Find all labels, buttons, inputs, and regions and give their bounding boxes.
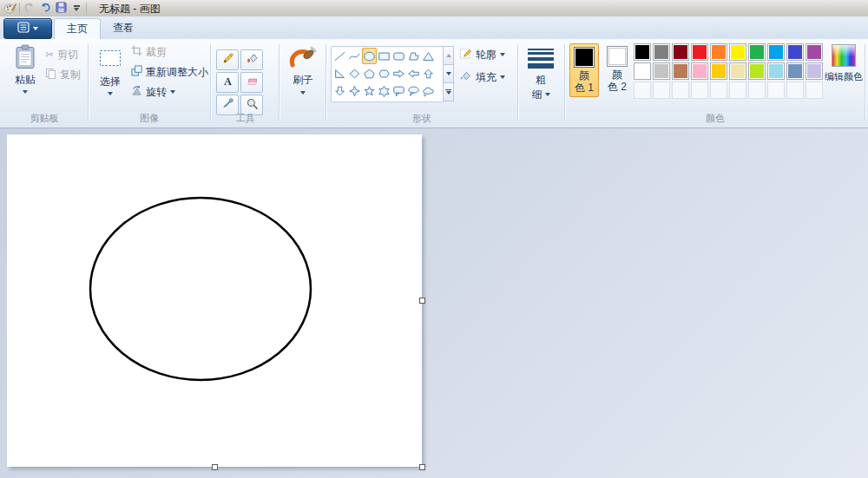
- clipboard-group: 粘贴 ✂ 剪切 复制 剪贴板: [2, 39, 87, 128]
- color1-label-line1: 颜: [579, 69, 589, 82]
- shape-diamond[interactable]: [347, 65, 362, 82]
- triangle-down-icon: [446, 91, 451, 95]
- crop-label: 裁剪: [146, 45, 167, 60]
- shapes-more-button[interactable]: [443, 82, 454, 101]
- palette-swatch[interactable]: [672, 43, 689, 61]
- shape-right-triangle[interactable]: [332, 65, 347, 82]
- palette-swatch[interactable]: [786, 43, 804, 61]
- palette-swatch[interactable]: [653, 43, 670, 61]
- palette-swatch[interactable]: [634, 62, 651, 80]
- palette-empty-slot: [806, 82, 823, 99]
- palette-swatch[interactable]: [634, 43, 651, 61]
- shapes-scroll-up-button[interactable]: [443, 46, 454, 65]
- palette-empty-slot: [691, 82, 708, 99]
- edit-colors-button[interactable]: 编辑颜色: [824, 44, 864, 83]
- palette-swatch[interactable]: [767, 43, 785, 61]
- canvas-resize-handle-right[interactable]: [419, 298, 425, 304]
- paint-logo-icon: [2, 2, 17, 15]
- shape-hexagon[interactable]: [377, 65, 391, 82]
- palette-swatch[interactable]: [691, 62, 708, 80]
- palette-swatch[interactable]: [710, 43, 727, 61]
- palette-swatch[interactable]: [653, 62, 670, 80]
- shape-star-6[interactable]: [377, 83, 391, 100]
- palette-swatch[interactable]: [786, 62, 804, 80]
- shape-triangle[interactable]: [421, 48, 436, 64]
- palette-swatch[interactable]: [672, 62, 689, 80]
- tools-grid: A: [215, 49, 286, 116]
- palette-swatch[interactable]: [710, 62, 727, 80]
- tools-group: A 工具: [213, 39, 278, 128]
- paste-button[interactable]: 粘贴: [7, 44, 43, 94]
- palette-swatch[interactable]: [806, 62, 823, 80]
- size-label-line2: 细: [532, 88, 542, 102]
- qat-separator: [86, 3, 87, 14]
- palette-swatch[interactable]: [806, 43, 823, 61]
- size-button[interactable]: 粗 细: [522, 46, 560, 102]
- triangle-down-icon: [446, 72, 451, 75]
- shape-callout-oval[interactable]: [406, 83, 421, 100]
- application-menu-button[interactable]: [3, 18, 52, 39]
- redo-button[interactable]: [22, 2, 37, 15]
- drawing-canvas[interactable]: [7, 134, 422, 467]
- eraser-button[interactable]: [240, 72, 263, 93]
- shape-star-4[interactable]: [347, 83, 362, 100]
- outline-button[interactable]: 轮廓: [459, 46, 505, 63]
- shape-rectangle[interactable]: [377, 48, 391, 64]
- shape-star-5[interactable]: [362, 83, 377, 100]
- cut-button[interactable]: ✂ 剪切: [45, 46, 78, 63]
- shape-ellipse[interactable]: [362, 48, 377, 64]
- chevron-down-icon: [500, 53, 505, 56]
- tab-view[interactable]: 查看: [101, 18, 146, 39]
- paint-window: 无标题 - 画图 主页 查看 粘贴 ✂ 剪切 复制 剪贴板: [0, 0, 868, 478]
- save-button[interactable]: [53, 2, 69, 15]
- shape-callout-cloud[interactable]: [421, 83, 436, 100]
- shape-fill-button[interactable]: 填充: [459, 69, 505, 86]
- palette-swatch[interactable]: [767, 62, 785, 80]
- palette-swatch[interactable]: [748, 62, 766, 80]
- shapes-group-label: 形状: [327, 112, 516, 125]
- resize-button[interactable]: 重新调整大小: [131, 63, 208, 81]
- canvas-resize-handle-bottom[interactable]: [212, 464, 218, 470]
- window-title: 无标题 - 画图: [99, 2, 161, 16]
- palette-swatch[interactable]: [691, 43, 708, 61]
- pencil-button[interactable]: [216, 49, 239, 70]
- shape-polygon[interactable]: [406, 48, 421, 64]
- palette-empty-slot: [786, 82, 804, 99]
- shape-pentagon[interactable]: [362, 65, 377, 82]
- shape-arrow-left[interactable]: [406, 65, 421, 82]
- group-separator: [865, 44, 866, 121]
- image-group: 选择 裁剪 重新调整大小 旋转 图像: [89, 39, 209, 128]
- tab-row: 主页 查看: [0, 16, 868, 39]
- copy-button[interactable]: 复制: [45, 66, 81, 83]
- select-button[interactable]: 选择: [93, 46, 128, 95]
- tab-view-label: 查看: [113, 22, 134, 34]
- shape-callout-rounded[interactable]: [391, 83, 406, 100]
- shape-arrow-right[interactable]: [391, 65, 406, 82]
- undo-button[interactable]: [37, 2, 53, 15]
- shape-arrow-down[interactable]: [332, 83, 347, 100]
- color1-button[interactable]: 颜 色 1: [569, 43, 599, 97]
- size-label-line1: 粗: [536, 73, 546, 88]
- chevron-down-icon: [108, 92, 113, 95]
- group-separator: [210, 44, 212, 121]
- palette-swatch[interactable]: [729, 62, 746, 80]
- color-picker-icon: [221, 97, 234, 114]
- palette-empty-slot: [672, 82, 689, 99]
- brushes-button[interactable]: 刷子: [284, 44, 322, 95]
- shape-rounded-rectangle[interactable]: [391, 48, 406, 64]
- palette-swatch[interactable]: [729, 43, 746, 61]
- color2-button[interactable]: 颜 色 2: [602, 43, 632, 97]
- canvas-resize-handle-corner[interactable]: [419, 464, 425, 470]
- image-group-label: 图像: [89, 112, 209, 125]
- rotate-button[interactable]: 旋转: [131, 83, 175, 101]
- customize-quick-access-button[interactable]: [69, 2, 84, 15]
- crop-button[interactable]: 裁剪: [131, 43, 167, 61]
- shape-curve[interactable]: [347, 48, 362, 64]
- shape-line[interactable]: [332, 48, 347, 64]
- text-button[interactable]: A: [216, 72, 239, 93]
- fill-button[interactable]: [240, 49, 263, 70]
- tab-home[interactable]: 主页: [54, 18, 101, 41]
- palette-swatch[interactable]: [748, 43, 766, 61]
- shapes-scroll-down-button[interactable]: [443, 64, 454, 83]
- shape-arrow-up[interactable]: [421, 65, 436, 82]
